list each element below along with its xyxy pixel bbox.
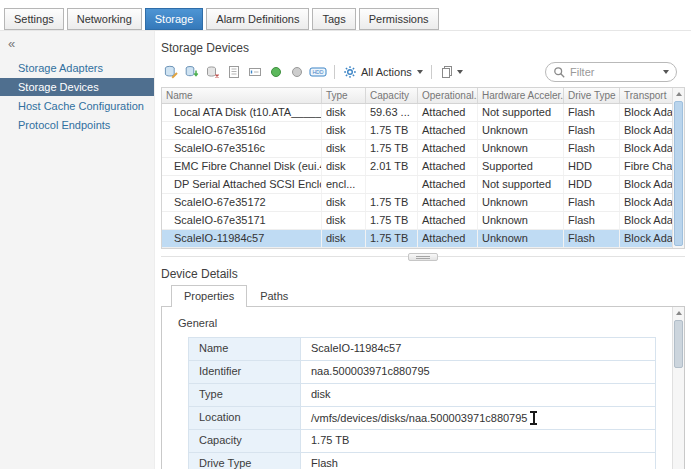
vsphere-host-storage-screen: Settings Networking Storage Alarm Defini…: [0, 0, 691, 469]
property-label: Type: [189, 384, 301, 406]
tab-networking[interactable]: Networking: [67, 8, 142, 30]
turn-off-led-button[interactable]: [287, 63, 307, 81]
mark-as-hdd-button[interactable]: HDD: [308, 63, 328, 81]
scroll-up-icon: [676, 311, 682, 315]
cell-type: disk: [322, 104, 366, 121]
cell-hardware-acceleration: Supported: [478, 158, 564, 175]
erase-partitions-button[interactable]: [224, 63, 244, 81]
tab-permissions[interactable]: Permissions: [359, 8, 439, 30]
table-row-selected[interactable]: ScaleIO-11984c57 disk 1.75 TB Attached U…: [162, 230, 684, 248]
property-row: Type disk: [189, 384, 655, 407]
cell-capacity: 1.75 TB: [366, 212, 418, 229]
cell-drive-type: Flash: [564, 230, 620, 247]
tab-tags[interactable]: Tags: [312, 8, 355, 30]
table-row[interactable]: Local ATA Disk (t10.ATA_____S... disk 59…: [162, 104, 684, 122]
cell-capacity: 59.63 ...: [366, 104, 418, 121]
filter-input[interactable]: [570, 66, 660, 78]
table-row[interactable]: ScaleIO-67e35172 disk 1.75 TB Attached U…: [162, 194, 684, 212]
cell-drive-type: HDD: [564, 176, 620, 193]
cell-hardware-acceleration: Unknown: [478, 230, 564, 247]
table-vertical-scrollbar[interactable]: [672, 88, 684, 248]
property-value: /vmfs/devices/disks/naa.500003971c880795: [301, 407, 655, 429]
property-label: Drive Type: [189, 453, 301, 469]
property-row: Drive Type Flash: [189, 453, 655, 469]
table-row[interactable]: ScaleIO-67e3516d disk 1.75 TB Attached U…: [162, 122, 684, 140]
cell-capacity: 1.75 TB: [366, 230, 418, 247]
table-row[interactable]: EMC Fibre Channel Disk (eui.4... disk 2.…: [162, 158, 684, 176]
sidebar-item-host-cache-configuration[interactable]: Host Cache Configuration: [0, 97, 154, 115]
cell-type: disk: [322, 122, 366, 139]
panel-splitter[interactable]: [161, 251, 685, 263]
property-row: Location /vmfs/devices/disks/naa.5000039…: [189, 407, 655, 430]
content-area: « Storage Adapters Storage Devices Host …: [0, 31, 691, 469]
turn-on-led-button[interactable]: [266, 63, 286, 81]
tab-storage[interactable]: Storage: [145, 8, 204, 30]
cell-name: ScaleIO-11984c57: [162, 230, 322, 247]
edit-device-button[interactable]: [161, 63, 181, 81]
all-actions-gear-icon: [343, 65, 357, 79]
chevron-down-icon: [457, 70, 463, 74]
table-row[interactable]: DP Serial Attached SCSI Enclos... encl..…: [162, 176, 684, 194]
search-icon: [553, 66, 566, 79]
cell-capacity: 2.01 TB: [366, 158, 418, 175]
cell-name: ScaleIO-67e35171: [162, 212, 322, 229]
table-row[interactable]: ScaleIO-67e35171 disk 1.75 TB Attached U…: [162, 212, 684, 230]
cell-name: DP Serial Attached SCSI Enclos...: [162, 176, 322, 193]
chevron-down-icon: [417, 70, 423, 74]
collapse-sidebar-button[interactable]: «: [0, 31, 154, 58]
cell-name: ScaleIO-67e3516c: [162, 140, 322, 157]
cell-hardware-acceleration: Unknown: [478, 194, 564, 211]
table-body: Local ATA Disk (t10.ATA_____S... disk 59…: [162, 104, 684, 248]
scrollbar-thumb[interactable]: [674, 101, 683, 246]
scroll-up-icon: [676, 92, 682, 96]
cell-type: disk: [322, 230, 366, 247]
property-label: Location: [189, 407, 301, 429]
attach-device-button[interactable]: [182, 63, 202, 81]
column-header-name[interactable]: Name: [162, 88, 322, 103]
copy-button[interactable]: [437, 65, 466, 79]
detach-device-button[interactable]: [203, 63, 223, 81]
cell-type: disk: [322, 140, 366, 157]
cell-drive-type: Flash: [564, 104, 620, 121]
tab-alarm-definitions[interactable]: Alarm Definitions: [206, 8, 309, 30]
splitter-grip-icon[interactable]: [408, 253, 438, 261]
device-details-title: Device Details: [161, 267, 691, 281]
property-row: Capacity 1.75 TB: [189, 430, 655, 453]
column-header-type[interactable]: Type: [322, 88, 366, 103]
general-section-title: General: [178, 317, 668, 329]
copy-icon: [440, 65, 454, 79]
cell-name: ScaleIO-67e35172: [162, 194, 322, 211]
cell-capacity: 1.75 TB: [366, 194, 418, 211]
cell-name: ScaleIO-67e3516d: [162, 122, 322, 139]
scroll-up-button[interactable]: [673, 307, 684, 319]
sidebar-item-protocol-endpoints[interactable]: Protocol Endpoints: [0, 116, 154, 134]
sidebar-item-storage-adapters[interactable]: Storage Adapters: [0, 59, 154, 77]
device-details-tabs: Properties Paths: [171, 285, 691, 306]
cell-drive-type: Flash: [564, 122, 620, 139]
property-label: Capacity: [189, 430, 301, 452]
toolbar-separator: [334, 65, 335, 79]
column-header-operational-state[interactable]: Operational...: [418, 88, 478, 103]
hdd-badge-icon: HDD: [309, 65, 327, 79]
attach-disk-icon: [185, 65, 199, 79]
scroll-up-button[interactable]: [673, 88, 684, 100]
main-panel: Storage Devices: [155, 31, 691, 469]
sidebar-item-storage-devices[interactable]: Storage Devices: [0, 78, 154, 96]
rename-device-button[interactable]: [245, 63, 265, 81]
tab-settings[interactable]: Settings: [4, 8, 64, 30]
scrollbar-thumb[interactable]: [674, 320, 683, 368]
table-row[interactable]: ScaleIO-67e3516c disk 1.75 TB Attached U…: [162, 140, 684, 158]
column-header-hardware-acceleration[interactable]: Hardware Acceler...: [478, 88, 564, 103]
column-header-capacity[interactable]: Capacity: [366, 88, 418, 103]
column-header-drive-type[interactable]: Drive Type: [564, 88, 620, 103]
property-row: Identifier naa.500003971c880795: [189, 361, 655, 384]
tab-properties[interactable]: Properties: [171, 285, 247, 307]
filter-box[interactable]: [545, 62, 677, 82]
tab-paths[interactable]: Paths: [247, 285, 301, 306]
detach-disk-icon: [206, 65, 220, 79]
cell-capacity: [366, 176, 418, 193]
filter-dropdown-icon[interactable]: [663, 70, 669, 74]
all-actions-button[interactable]: All Actions: [340, 65, 426, 79]
property-label: Identifier: [189, 361, 301, 383]
details-vertical-scrollbar[interactable]: [672, 307, 684, 469]
